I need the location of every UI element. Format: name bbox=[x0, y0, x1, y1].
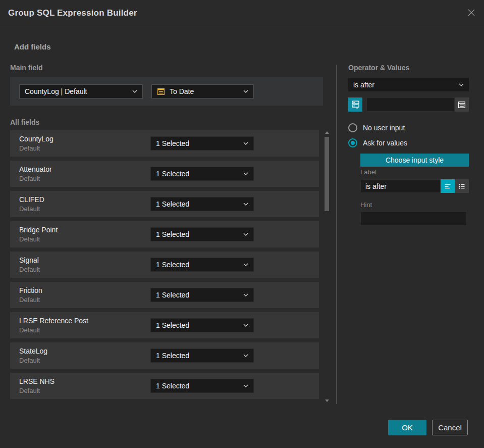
list-scrollbar[interactable] bbox=[324, 130, 330, 403]
label-input-row bbox=[360, 179, 469, 193]
main-field-select[interactable]: CountyLog | Default bbox=[19, 84, 143, 98]
field-selected-dropdown[interactable]: 1 Selected bbox=[150, 136, 254, 151]
list-style-button[interactable] bbox=[455, 179, 469, 193]
field-selected-value: 1 Selected bbox=[156, 170, 240, 178]
field-selected-dropdown[interactable]: 1 Selected bbox=[150, 379, 254, 393]
field-selected-value: 1 Selected bbox=[156, 291, 240, 299]
field-subtitle: Default bbox=[19, 235, 40, 243]
field-name: Bridge Point bbox=[19, 226, 58, 234]
ok-button[interactable]: OK bbox=[388, 420, 426, 435]
field-subtitle: Default bbox=[19, 387, 40, 394]
all-fields-label: All fields bbox=[10, 118, 39, 126]
scrollbar-thumb[interactable] bbox=[325, 137, 329, 211]
chevron-down-icon bbox=[243, 263, 248, 266]
field-type-select-value: To Date bbox=[170, 87, 240, 95]
field-name: LRSE NHS bbox=[19, 377, 55, 385]
choose-input-style-button[interactable]: Choose input style bbox=[360, 154, 469, 167]
field-selected-dropdown[interactable]: 1 Selected bbox=[150, 227, 254, 241]
hint-label: Hint bbox=[360, 201, 372, 209]
field-row: LRSE Reference Post Default 1 Selected bbox=[10, 312, 319, 338]
all-fields-list: CountyLog Default 1 Selected Attenuator … bbox=[10, 130, 319, 403]
value-input-row bbox=[348, 97, 469, 112]
field-subtitle: Default bbox=[19, 144, 40, 152]
dialog-title: Group SQL Expression Builder bbox=[8, 0, 137, 26]
close-icon[interactable] bbox=[465, 7, 478, 20]
field-subtitle: Default bbox=[19, 296, 40, 304]
chevron-down-icon bbox=[243, 293, 248, 296]
field-selected-value: 1 Selected bbox=[156, 321, 240, 329]
radio-circle-icon bbox=[348, 123, 357, 132]
radio-ask-for-values[interactable]: Ask for values bbox=[348, 138, 407, 147]
chevron-down-icon bbox=[243, 203, 248, 206]
field-row: Friction Default 1 Selected bbox=[10, 282, 319, 308]
chevron-down-icon bbox=[459, 83, 464, 86]
main-field-label: Main field bbox=[10, 64, 43, 72]
radio-circle-selected-icon bbox=[348, 138, 357, 147]
field-subtitle: Default bbox=[19, 205, 40, 213]
stacked-values-button[interactable] bbox=[348, 97, 362, 112]
field-name: Signal bbox=[19, 256, 39, 264]
calendar-picker-button[interactable] bbox=[455, 97, 469, 112]
chevron-down-icon bbox=[243, 233, 248, 236]
hint-input[interactable] bbox=[360, 212, 467, 226]
scroll-down-icon[interactable] bbox=[325, 400, 329, 402]
chevron-down-icon bbox=[243, 324, 248, 327]
field-row: StateLog Default 1 Selected bbox=[10, 342, 319, 369]
radio-no-user-input[interactable]: No user input bbox=[348, 123, 405, 132]
field-row: Signal Default 1 Selected bbox=[10, 252, 319, 278]
radio-ask-for-values-label: Ask for values bbox=[363, 139, 407, 147]
align-left-style-button[interactable] bbox=[441, 179, 455, 193]
main-field-container: CountyLog | Default To Date bbox=[10, 77, 323, 106]
chevron-down-icon bbox=[132, 90, 137, 93]
field-selected-value: 1 Selected bbox=[156, 261, 240, 269]
field-name: Friction bbox=[19, 286, 42, 294]
chevron-down-icon bbox=[243, 90, 248, 93]
field-row: CountyLog Default 1 Selected bbox=[10, 130, 319, 157]
scroll-up-icon[interactable] bbox=[325, 131, 329, 134]
field-name: CountyLog bbox=[19, 135, 53, 143]
cancel-button[interactable]: Cancel bbox=[432, 420, 468, 435]
field-selected-value: 1 Selected bbox=[156, 382, 240, 390]
operator-select-value: is after bbox=[353, 81, 456, 89]
field-subtitle: Default bbox=[19, 175, 40, 182]
field-row: Attenuator Default 1 Selected bbox=[10, 161, 319, 187]
field-selected-value: 1 Selected bbox=[156, 352, 240, 360]
field-subtitle: Default bbox=[19, 266, 40, 273]
add-fields-heading: Add fields bbox=[14, 42, 51, 51]
main-field-select-value: CountyLog | Default bbox=[25, 87, 129, 95]
field-selected-dropdown[interactable]: 1 Selected bbox=[150, 288, 254, 302]
field-name: Attenuator bbox=[19, 165, 52, 173]
chevron-down-icon bbox=[243, 142, 248, 145]
radio-no-user-input-label: No user input bbox=[363, 124, 405, 132]
field-selected-dropdown[interactable]: 1 Selected bbox=[150, 349, 254, 363]
field-selected-value: 1 Selected bbox=[156, 139, 240, 147]
chevron-down-icon bbox=[243, 384, 248, 387]
chevron-down-icon bbox=[243, 354, 248, 357]
field-selected-value: 1 Selected bbox=[156, 230, 240, 238]
field-selected-dropdown[interactable]: 1 Selected bbox=[150, 167, 254, 181]
field-selected-value: 1 Selected bbox=[156, 200, 240, 208]
calendar-icon bbox=[157, 87, 165, 95]
field-row: CLIFED Default 1 Selected bbox=[10, 191, 319, 217]
field-selected-dropdown[interactable]: 1 Selected bbox=[150, 318, 254, 332]
field-type-select[interactable]: To Date bbox=[151, 84, 254, 98]
chevron-down-icon bbox=[243, 172, 248, 175]
field-subtitle: Default bbox=[19, 357, 40, 364]
field-name: CLIFED bbox=[19, 195, 44, 204]
panel-divider bbox=[336, 65, 337, 404]
field-name: StateLog bbox=[19, 347, 47, 355]
field-selected-dropdown[interactable]: 1 Selected bbox=[150, 258, 254, 272]
field-row: Bridge Point Default 1 Selected bbox=[10, 221, 319, 247]
label-label: Label bbox=[360, 168, 377, 176]
field-row: LRSE NHS Default 1 Selected bbox=[10, 373, 319, 399]
operator-select[interactable]: is after bbox=[348, 78, 469, 91]
value-input[interactable] bbox=[366, 97, 455, 112]
dialog-header: Group SQL Expression Builder bbox=[0, 0, 484, 26]
field-selected-dropdown[interactable]: 1 Selected bbox=[150, 197, 254, 211]
field-name: LRSE Reference Post bbox=[19, 317, 88, 325]
label-input[interactable] bbox=[360, 179, 441, 193]
field-subtitle: Default bbox=[19, 326, 40, 334]
operator-values-heading: Operator & Values bbox=[348, 64, 409, 72]
